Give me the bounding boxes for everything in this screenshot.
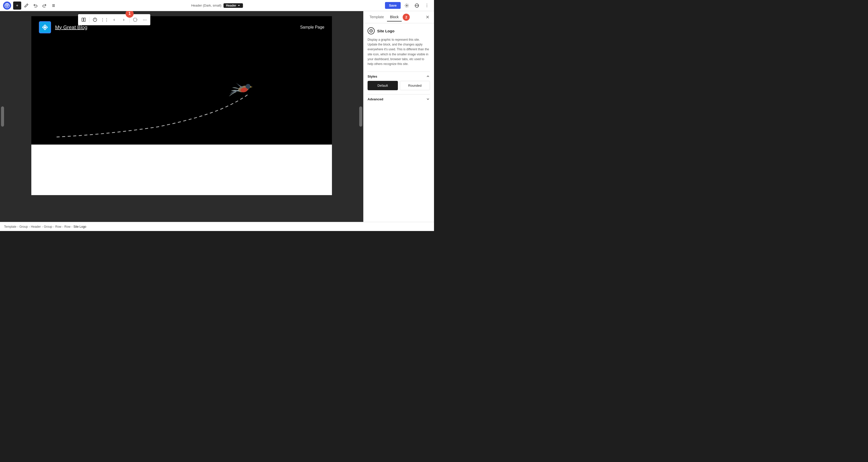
move-up-button[interactable]: ‹ bbox=[110, 15, 119, 24]
save-button[interactable]: Save bbox=[385, 2, 401, 9]
styles-chevron-icon bbox=[426, 74, 430, 78]
settings-button[interactable] bbox=[403, 1, 411, 9]
block-type-button[interactable] bbox=[79, 15, 88, 24]
edit-tool-button[interactable] bbox=[22, 1, 30, 9]
breadcrumb-template[interactable]: Template bbox=[4, 225, 17, 229]
canvas-white-section bbox=[31, 145, 332, 195]
sidebar-close-button[interactable]: ✕ bbox=[424, 13, 431, 21]
right-sidebar: Template Block 2 ✕ Site Logo Display a g… bbox=[363, 11, 434, 222]
svg-rect-8 bbox=[84, 18, 85, 22]
tab-template[interactable]: Template bbox=[367, 13, 387, 22]
breadcrumb-bar: Template › Group › Header › Group › Row … bbox=[0, 222, 434, 231]
styles-label: Styles bbox=[368, 75, 377, 78]
list-view-button[interactable] bbox=[50, 1, 58, 9]
breadcrumb-row-1[interactable]: Row bbox=[55, 225, 61, 229]
more-options-button[interactable]: ⋮ bbox=[423, 1, 431, 9]
sep-4: › bbox=[53, 225, 54, 229]
top-toolbar: + Header (Dark, small bbox=[0, 0, 434, 11]
sep-5: › bbox=[62, 225, 63, 229]
block-toolbar: 1 ⋮⋮ ‹ › bbox=[78, 14, 150, 25]
redo-button[interactable] bbox=[40, 1, 49, 9]
site-logo[interactable] bbox=[39, 21, 51, 33]
sample-page-link[interactable]: Sample Page bbox=[300, 25, 324, 30]
add-block-button[interactable]: + bbox=[13, 1, 21, 9]
undo-button[interactable] bbox=[31, 1, 39, 9]
sep-3: › bbox=[42, 225, 43, 229]
main-layout: 1 ⋮⋮ ‹ › bbox=[0, 11, 434, 222]
sidebar-block-badge: 2 bbox=[403, 13, 410, 21]
site-logo-block-icon bbox=[368, 27, 375, 34]
canvas-body bbox=[31, 38, 332, 145]
sep-1: › bbox=[18, 225, 19, 229]
site-logo-header: Site Logo bbox=[368, 27, 430, 34]
sep-2: › bbox=[29, 225, 30, 229]
top-bar-right: Save ⋮ bbox=[385, 1, 431, 9]
preview-button[interactable] bbox=[413, 1, 421, 9]
style-default-option[interactable]: Default bbox=[368, 81, 398, 90]
advanced-chevron-icon bbox=[426, 97, 430, 101]
site-logo-description: Display a graphic to represent this site… bbox=[368, 37, 430, 66]
canvas-area: 1 ⋮⋮ ‹ › bbox=[0, 11, 363, 222]
svg-point-11 bbox=[133, 18, 137, 22]
scroll-left-indicator[interactable] bbox=[1, 107, 4, 126]
header-tag-button[interactable]: Header bbox=[223, 3, 243, 8]
breadcrumb-group-1[interactable]: Group bbox=[20, 225, 28, 229]
svg-rect-7 bbox=[82, 18, 83, 22]
header-block: My Great Blog Sample Page bbox=[31, 16, 332, 38]
advanced-label: Advanced bbox=[368, 97, 383, 101]
breadcrumb-site-logo[interactable]: Site Logo bbox=[73, 225, 86, 229]
editor-title: Header (Dark, small) Header bbox=[191, 3, 243, 8]
scroll-right-indicator[interactable] bbox=[359, 107, 362, 126]
svg-point-4 bbox=[406, 5, 407, 6]
sidebar-content: Site Logo Display a graphic to represent… bbox=[364, 23, 434, 222]
style-rounded-option[interactable]: Rounded bbox=[400, 81, 430, 90]
canvas-wrapper: 1 ⋮⋮ ‹ › bbox=[31, 16, 332, 195]
block-options-button[interactable] bbox=[90, 15, 99, 24]
drag-handle-button[interactable]: ⋮⋮ bbox=[100, 15, 109, 24]
sidebar-tabs: Template Block 2 ✕ bbox=[364, 11, 434, 23]
tab-block[interactable]: Block bbox=[387, 13, 402, 22]
advanced-header[interactable]: Advanced bbox=[368, 94, 430, 104]
styles-header[interactable]: Styles bbox=[368, 71, 430, 81]
styles-section: Styles Default Rounded bbox=[368, 71, 430, 94]
header-title-text: Header (Dark, small) bbox=[191, 3, 221, 7]
wp-logo[interactable] bbox=[3, 1, 11, 9]
styles-options: Default Rounded bbox=[368, 81, 430, 94]
advanced-section: Advanced bbox=[368, 94, 430, 104]
more-block-button[interactable]: ⋯ bbox=[140, 15, 149, 24]
sep-6: › bbox=[71, 225, 72, 229]
tool-buttons: + bbox=[13, 1, 58, 9]
breadcrumb-row-2[interactable]: Row bbox=[64, 225, 70, 229]
breadcrumb-header[interactable]: Header bbox=[31, 225, 41, 229]
header-tag-label: Header bbox=[226, 4, 237, 7]
svg-point-12 bbox=[44, 26, 46, 28]
site-logo-block-title: Site Logo bbox=[377, 29, 394, 33]
breadcrumb-group-2[interactable]: Group bbox=[44, 225, 52, 229]
